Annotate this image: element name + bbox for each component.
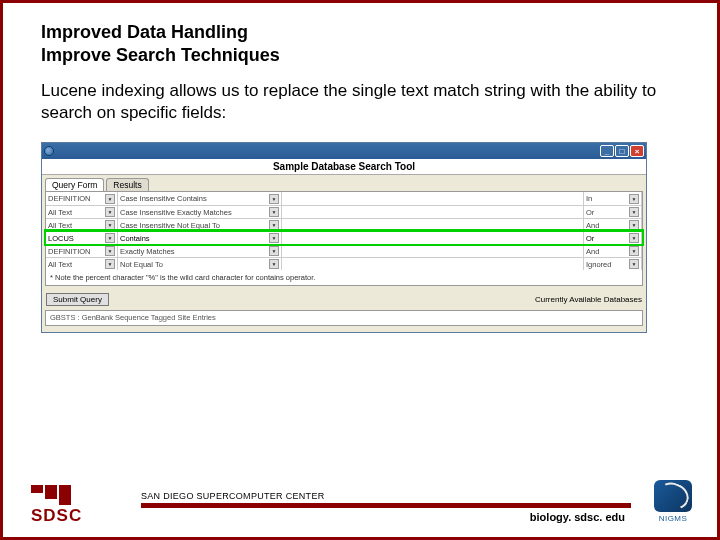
operator-select-label: Exactly Matches: [120, 247, 175, 256]
chevron-down-icon[interactable]: ▼: [269, 259, 279, 269]
footer-caption: SAN DIEGO SUPERCOMPUTER CENTER: [141, 491, 631, 501]
chevron-down-icon[interactable]: ▼: [105, 220, 115, 230]
title-line-2: Improve Search Techniques: [41, 44, 679, 67]
submit-query-button[interactable]: Submit Query: [46, 293, 109, 306]
connector-select[interactable]: In▼: [584, 192, 642, 205]
operator-select[interactable]: Case Insensitive Exactly Matches▼: [118, 206, 282, 218]
chevron-down-icon[interactable]: ▼: [269, 233, 279, 243]
body-text: Lucene indexing allows us to replace the…: [41, 80, 679, 124]
chevron-down-icon[interactable]: ▼: [269, 194, 279, 204]
title-line-1: Improved Data Handling: [41, 21, 679, 44]
field-select-label: All Text: [48, 221, 72, 230]
database-entry: GBSTS : GenBank Sequence Tagged Site Ent…: [45, 310, 643, 326]
field-select[interactable]: DEFINITION▼: [46, 245, 118, 257]
field-select-label: DEFINITION: [48, 247, 91, 256]
app-caption: Sample Database Search Tool: [42, 159, 646, 175]
footer: SDSC SAN DIEGO SUPERCOMPUTER CENTER biol…: [3, 480, 717, 523]
query-row: All Text▼Case Insensitive Exactly Matche…: [46, 205, 642, 218]
tab-query-form[interactable]: Query Form: [45, 178, 104, 191]
value-input[interactable]: [282, 258, 584, 270]
query-row: All Text▼Not Equal To▼Ignored▼: [46, 257, 642, 270]
field-select-label: All Text: [48, 260, 72, 269]
connector-select-label: Or: [586, 208, 594, 217]
footer-rule: [141, 503, 631, 508]
chevron-down-icon[interactable]: ▼: [629, 207, 639, 217]
chevron-down-icon[interactable]: ▼: [629, 220, 639, 230]
query-row: DEFINITION▼Exactly Matches▼And▼: [46, 244, 642, 257]
chevron-down-icon[interactable]: ▼: [629, 194, 639, 204]
chevron-down-icon[interactable]: ▼: [629, 259, 639, 269]
nigms-logo: NIGMS: [649, 480, 697, 523]
window-buttons: _ □ ×: [600, 145, 644, 157]
slide: Improved Data Handling Improve Search Te…: [0, 0, 720, 540]
tabs: Query Form Results: [42, 175, 646, 191]
titlebar: _ □ ×: [42, 143, 646, 159]
operator-select[interactable]: Contains▼: [118, 232, 282, 244]
field-select[interactable]: DEFINITION▼: [46, 192, 118, 205]
chevron-down-icon[interactable]: ▼: [105, 194, 115, 204]
operator-select[interactable]: Case Insensitive Contains▼: [118, 192, 282, 205]
tab-results[interactable]: Results: [106, 178, 148, 191]
field-select-label: All Text: [48, 208, 72, 217]
nigms-logo-mark: [654, 480, 692, 512]
connector-select[interactable]: Ignored▼: [584, 258, 642, 270]
value-input[interactable]: [282, 206, 584, 218]
value-input[interactable]: [282, 245, 584, 257]
chevron-down-icon[interactable]: ▼: [105, 259, 115, 269]
chevron-down-icon[interactable]: ▼: [629, 233, 639, 243]
chevron-down-icon[interactable]: ▼: [105, 207, 115, 217]
sdsc-logo-text: SDSC: [31, 506, 123, 526]
chevron-down-icon[interactable]: ▼: [629, 246, 639, 256]
operator-select[interactable]: Case Insensitive Not Equal To▼: [118, 219, 282, 231]
operator-select-label: Contains: [120, 234, 150, 243]
field-select-label: DEFINITION: [48, 194, 91, 203]
close-button[interactable]: ×: [630, 145, 644, 157]
chevron-down-icon[interactable]: ▼: [269, 246, 279, 256]
wildcard-note: * Note the percent character "%" is the …: [46, 270, 642, 285]
operator-select[interactable]: Not Equal To▼: [118, 258, 282, 270]
query-row: LOCUS▼Contains▼Or▼: [46, 231, 642, 244]
databases-label: Currently Available Databases: [535, 295, 642, 304]
value-input[interactable]: [282, 232, 584, 244]
footer-middle: SAN DIEGO SUPERCOMPUTER CENTER biology. …: [123, 491, 639, 523]
query-row: All Text▼Case Insensitive Not Equal To▼A…: [46, 218, 642, 231]
sdsc-logo: SDSC: [31, 487, 123, 523]
connector-select[interactable]: Or▼: [584, 232, 642, 244]
app-window: _ □ × Sample Database Search Tool Query …: [41, 142, 647, 333]
field-select[interactable]: All Text▼: [46, 258, 118, 270]
connector-select[interactable]: And▼: [584, 219, 642, 231]
nigms-logo-text: NIGMS: [659, 514, 688, 523]
field-select[interactable]: LOCUS▼: [46, 232, 118, 244]
operator-select[interactable]: Exactly Matches▼: [118, 245, 282, 257]
operator-select-label: Case Insensitive Not Equal To: [120, 221, 220, 230]
minimize-button[interactable]: _: [600, 145, 614, 157]
chevron-down-icon[interactable]: ▼: [105, 246, 115, 256]
operator-select-label: Case Insensitive Exactly Matches: [120, 208, 232, 217]
chevron-down-icon[interactable]: ▼: [269, 207, 279, 217]
operator-select-label: Not Equal To: [120, 260, 163, 269]
operator-select-label: Case Insensitive Contains: [120, 194, 207, 203]
query-panel: DEFINITION▼Case Insensitive Contains▼In▼…: [45, 191, 643, 286]
footer-url: biology. sdsc. edu: [141, 511, 631, 523]
content-area: Improved Data Handling Improve Search Te…: [3, 3, 717, 333]
connector-select-label: And: [586, 247, 599, 256]
field-select[interactable]: All Text▼: [46, 206, 118, 218]
field-select[interactable]: All Text▼: [46, 219, 118, 231]
query-row: DEFINITION▼Case Insensitive Contains▼In▼: [46, 192, 642, 205]
field-select-label: LOCUS: [48, 234, 74, 243]
chevron-down-icon[interactable]: ▼: [105, 233, 115, 243]
maximize-button[interactable]: □: [615, 145, 629, 157]
connector-select-label: And: [586, 221, 599, 230]
submit-row: Submit Query Currently Available Databas…: [42, 289, 646, 310]
connector-select-label: Ignored: [586, 260, 611, 269]
connector-select[interactable]: Or▼: [584, 206, 642, 218]
value-input[interactable]: [282, 219, 584, 231]
connector-select-label: In: [586, 194, 592, 203]
chevron-down-icon[interactable]: ▼: [269, 220, 279, 230]
connector-select[interactable]: And▼: [584, 245, 642, 257]
value-input[interactable]: [282, 192, 584, 205]
sdsc-logo-bars: [31, 485, 123, 505]
app-icon: [44, 146, 54, 156]
connector-select-label: Or: [586, 234, 594, 243]
